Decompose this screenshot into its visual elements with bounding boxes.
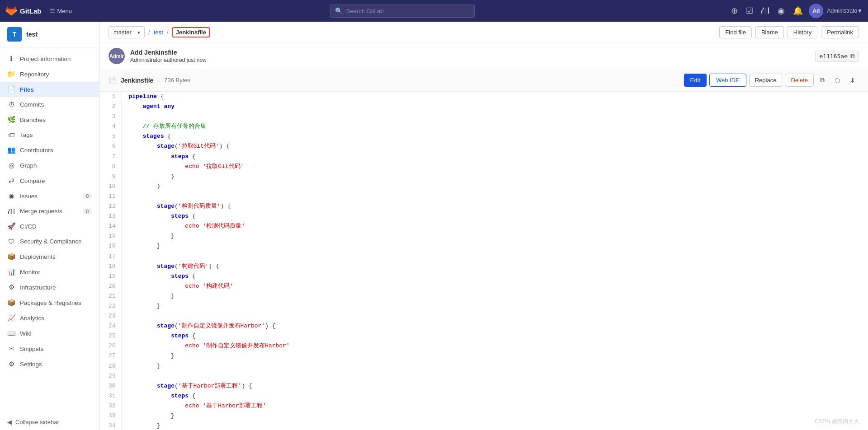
history-button[interactable]: History <box>788 26 817 38</box>
sidebar-item-packages-registries[interactable]: 📦 Packages & Registries <box>0 295 99 310</box>
code-line: 16 } <box>99 241 868 251</box>
line-code: steps { <box>121 391 868 401</box>
blame-button[interactable]: Blame <box>755 26 784 38</box>
sidebar-item-security-compliance[interactable]: 🛡 Security & Compliance <box>0 234 99 249</box>
line-number: 8 <box>99 162 121 172</box>
line-number: 20 <box>99 281 121 291</box>
branch-select[interactable]: master <box>108 26 145 38</box>
code-line: 12 stage('检测代码质量') { <box>99 201 868 211</box>
code-line: 17 <box>99 252 868 262</box>
file-actions: Edit Web IDE Replace Delete ⧉ ⬡ ⬇ <box>684 74 859 87</box>
merge-request-icon-btn[interactable]: ⛙ <box>759 4 772 18</box>
sidebar-item-settings[interactable]: ⚙ Settings <box>0 356 99 372</box>
sidebar-item-graph[interactable]: ◎ Graph <box>0 158 99 173</box>
sidebar-item-issues[interactable]: ◉ Issues 0 <box>0 188 99 204</box>
sidebar-item-commits[interactable]: ⏱ Commits <box>0 97 99 112</box>
main-content: master / test / Jenkinsfile Find file Bl… <box>99 22 868 430</box>
path-current-file: Jenkinsfile <box>172 27 210 37</box>
notifications-icon-btn[interactable]: 🔔 <box>791 4 805 18</box>
line-code: } <box>121 231 868 241</box>
collapse-label: Collapse sidebar <box>15 419 59 425</box>
line-code: agent any <box>121 102 868 112</box>
branches-icon: 🌿 <box>7 116 15 124</box>
line-number: 34 <box>99 421 121 430</box>
issues-badge: 0 <box>83 193 92 199</box>
sidebar-item-repository[interactable]: 📁 Repository <box>0 66 99 82</box>
sidebar-item-label: Settings <box>20 361 42 368</box>
file-size-separator: · <box>158 77 160 84</box>
sidebar-item-label: Branches <box>20 117 46 123</box>
gitlab-logo[interactable]: GitLab <box>5 5 42 17</box>
infrastructure-icon: ⚙ <box>7 283 15 291</box>
merge-requests-badge: 0 <box>83 208 92 215</box>
download-file-btn[interactable]: ⬇ <box>846 74 859 87</box>
sidebar-item-wiki[interactable]: 📖 Wiki <box>0 326 99 341</box>
sidebar-item-snippets[interactable]: ✂ Snippets <box>0 341 99 356</box>
merge-icon: ⛙ <box>761 6 769 16</box>
copy-hash-button[interactable]: ⧉ <box>850 52 855 60</box>
bell-icon: 🔔 <box>793 6 803 16</box>
path-project-link[interactable]: test <box>154 29 163 36</box>
line-number: 24 <box>99 321 121 331</box>
sidebar-item-label: Analytics <box>20 315 44 322</box>
find-file-button[interactable]: Find file <box>719 26 752 38</box>
line-code: } <box>121 172 868 182</box>
issues-icon: ◉ <box>778 6 785 16</box>
permalink-button[interactable]: Permalink <box>821 26 859 38</box>
username-label: Administrato▼ <box>827 8 863 14</box>
delete-button[interactable]: Delete <box>785 74 814 87</box>
sidebar-item-merge-requests[interactable]: ⛙ Merge requests 0 <box>0 204 99 219</box>
sidebar-nav: ℹ Project information 📁 Repository 📄 Fil… <box>0 47 99 414</box>
webide-button[interactable]: Web IDE <box>709 74 746 87</box>
commit-info: Add Jenkinsfile Administrator authored j… <box>130 49 810 63</box>
line-code: pipeline { <box>121 92 868 102</box>
sidebar-item-label: Repository <box>20 71 49 78</box>
edit-button[interactable]: Edit <box>684 74 707 87</box>
sidebar-item-deployments[interactable]: 📦 Deployments <box>0 249 99 264</box>
merge-requests-icon: ⛙ <box>7 207 15 215</box>
file-path-actions: Find file Blame History Permalink <box>719 26 859 38</box>
line-number: 9 <box>99 172 121 182</box>
line-code: steps { <box>121 152 868 162</box>
sidebar-item-tags[interactable]: 🏷 Tags <box>0 127 99 142</box>
tags-icon: 🏷 <box>7 131 15 139</box>
file-header: 📄 Jenkinsfile · 736 Bytes Edit Web IDE R… <box>99 69 868 92</box>
file-path-bar: master / test / Jenkinsfile Find file Bl… <box>99 22 868 43</box>
search-input[interactable] <box>346 5 470 17</box>
raw-file-btn[interactable]: ⬡ <box>831 74 844 87</box>
line-code: } <box>121 301 868 311</box>
line-number: 7 <box>99 152 121 162</box>
sidebar-item-label: Project information <box>20 56 71 62</box>
sidebar-item-label: Security & Compliance <box>20 238 82 245</box>
menu-button[interactable]: ☰ Menu <box>46 6 76 16</box>
line-code: } <box>121 182 868 192</box>
sidebar-item-cicd[interactable]: 🚀 CI/CD <box>0 219 99 234</box>
sidebar-item-files[interactable]: 📄 Files <box>0 82 99 97</box>
line-code: echo '检测代码质量' <box>121 221 868 231</box>
sidebar-item-compare[interactable]: ⇄ Compare <box>0 173 99 188</box>
replace-button[interactable]: Replace <box>749 74 783 87</box>
plus-icon-btn[interactable]: ⊕ <box>729 4 740 18</box>
sidebar-item-monitor[interactable]: 📊 Monitor <box>0 264 99 280</box>
sidebar-item-contributors[interactable]: 👥 Contributors <box>0 142 99 158</box>
collapse-sidebar-btn[interactable]: ◀ Collapse sidebar <box>0 414 99 430</box>
sidebar-item-branches[interactable]: 🌿 Branches <box>0 112 99 127</box>
commit-hash: e11165ae ⧉ <box>815 51 859 62</box>
sidebar-item-analytics[interactable]: 📈 Analytics <box>0 310 99 326</box>
user-avatar-btn[interactable]: Ad <box>809 4 823 18</box>
sidebar-item-project-information[interactable]: ℹ Project information <box>0 51 99 66</box>
sidebar-item-label: Wiki <box>20 330 32 337</box>
copy-file-btn[interactable]: ⧉ <box>816 74 828 87</box>
issues-icon-btn[interactable]: ◉ <box>775 4 787 18</box>
line-code <box>121 252 868 262</box>
snippets-icon: ✂ <box>7 345 15 353</box>
code-line: 23 <box>99 311 868 321</box>
sidebar-item-infrastructure[interactable]: ⚙ Infrastructure <box>0 280 99 295</box>
code-line: 33 } <box>99 411 868 421</box>
code-line: 30 stage('基于Harbor部署工程') { <box>99 381 868 391</box>
line-number: 19 <box>99 271 121 281</box>
line-code: } <box>121 411 868 421</box>
code-line: 9 } <box>99 172 868 182</box>
todo-icon-btn[interactable]: ☑ <box>744 4 755 18</box>
security-icon: 🛡 <box>7 238 15 245</box>
